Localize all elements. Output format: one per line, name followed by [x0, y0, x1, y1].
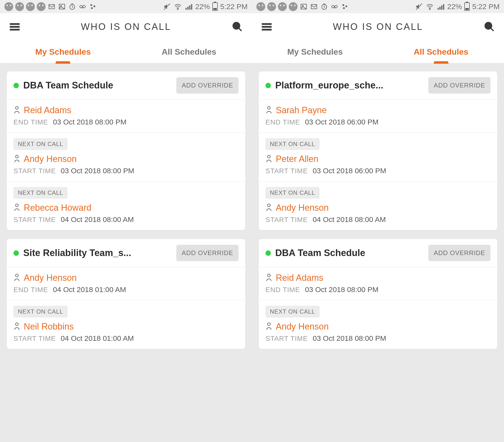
schedule-title: Platform_europe_sche...	[275, 80, 424, 91]
time-label: END TIME	[14, 286, 48, 294]
svg-point-34	[345, 5, 347, 7]
status-dot-icon	[14, 83, 19, 88]
tab-all-schedules[interactable]: All Schedules	[126, 40, 252, 63]
image-icon	[300, 2, 308, 11]
clock: 5:22 PM	[220, 2, 248, 11]
add-override-button[interactable]: ADD OVERRIDE	[176, 245, 238, 261]
add-override-button[interactable]: ADD OVERRIDE	[428, 245, 490, 261]
svg-point-19	[233, 22, 240, 29]
svg-rect-18	[10, 29, 19, 30]
schedule-row[interactable]: Reid Adams END TIME 03 Oct 2018 08:00 PM	[259, 267, 497, 300]
content-area[interactable]: Platform_europe_sche... ADD OVERRIDE Sar…	[252, 64, 504, 442]
search-button[interactable]	[230, 19, 245, 34]
person-icon	[266, 322, 272, 331]
card-header: Platform_europe_sche... ADD OVERRIDE	[259, 71, 497, 99]
tab-my-schedules[interactable]: My Schedules	[252, 40, 378, 63]
svg-point-4	[80, 5, 82, 8]
image-icon	[58, 2, 66, 11]
status-dot-icon	[266, 250, 271, 256]
schedule-row[interactable]: NEXT ON CALL Andy Henson START TIME 03 O…	[7, 132, 245, 181]
schedule-row[interactable]: NEXT ON CALL Neil Robbins START TIME 04 …	[7, 300, 245, 349]
person-name: Neil Robbins	[24, 321, 74, 332]
person-name: Rebecca Howard	[24, 203, 91, 213]
svg-rect-39	[439, 7, 441, 10]
schedule-row[interactable]: Andy Henson END TIME 04 Oct 2018 01:00 A…	[7, 267, 245, 300]
tab-all-schedules[interactable]: All Schedules	[378, 40, 504, 63]
person: Andy Henson	[14, 154, 238, 164]
schedule-row[interactable]: NEXT ON CALL Andy Henson START TIME 03 O…	[259, 300, 497, 349]
person-name: Peter Allen	[276, 154, 318, 164]
clock-icon	[320, 2, 328, 11]
svg-rect-13	[187, 7, 189, 10]
clock: 5:22 PM	[472, 2, 500, 11]
notification-icon	[256, 2, 265, 11]
time-label: START TIME	[266, 335, 308, 343]
battery-percent: 22%	[195, 2, 210, 11]
mail-icon	[48, 2, 56, 11]
time-value: 04 Oct 2018 01:00 AM	[53, 285, 126, 294]
card-header: DBA Team Schedule ADD OVERRIDE	[259, 239, 497, 267]
svg-point-24	[16, 274, 18, 276]
person: Andy Henson	[266, 203, 490, 213]
status-dot-icon	[14, 250, 19, 256]
signal-icon	[184, 2, 193, 11]
svg-rect-41	[443, 4, 444, 10]
search-button[interactable]	[482, 19, 497, 34]
schedule-title: DBA Team Schedule	[23, 80, 172, 91]
phone-screen: 22% 5:22 PM WHO IS ON CALL My Schedules …	[0, 0, 252, 442]
next-on-call-badge: NEXT ON CALL	[14, 306, 68, 317]
schedule-row[interactable]: Sarah Payne END TIME 03 Oct 2018 06:00 P…	[259, 99, 497, 132]
svg-rect-38	[438, 8, 439, 10]
mute-icon	[415, 2, 423, 11]
status-dot-icon	[266, 83, 271, 88]
time-value: 04 Oct 2018 08:00 AM	[313, 215, 386, 224]
time-label: START TIME	[14, 167, 56, 175]
tab-my-schedules[interactable]: My Schedules	[0, 40, 126, 63]
card-header: Site Reliability Team_s... ADD OVERRIDE	[7, 239, 245, 267]
time-label: START TIME	[266, 167, 308, 175]
svg-point-49	[268, 204, 270, 206]
schedule-row[interactable]: NEXT ON CALL Peter Allen START TIME 03 O…	[259, 132, 497, 181]
menu-button[interactable]	[7, 19, 22, 34]
mute-icon	[163, 2, 171, 11]
content-area[interactable]: DBA Team Schedule ADD OVERRIDE Reid Adam…	[0, 64, 252, 442]
schedule-row[interactable]: Reid Adams END TIME 03 Oct 2018 08:00 PM	[7, 99, 245, 132]
notification-icon	[4, 2, 13, 11]
person: Reid Adams	[14, 105, 238, 115]
notification-icon	[26, 2, 35, 11]
svg-point-23	[16, 204, 18, 206]
time-value: 03 Oct 2018 06:00 PM	[313, 166, 386, 175]
next-on-call-badge: NEXT ON CALL	[266, 306, 320, 317]
next-on-call-badge: NEXT ON CALL	[266, 187, 320, 199]
svg-point-7	[90, 4, 92, 6]
svg-point-8	[93, 5, 95, 7]
svg-point-11	[177, 9, 178, 10]
svg-point-51	[268, 323, 270, 325]
notification-icon	[15, 2, 24, 11]
schedule-row[interactable]: NEXT ON CALL Rebecca Howard START TIME 0…	[7, 181, 245, 230]
schedule-card: Platform_europe_sche... ADD OVERRIDE Sar…	[258, 71, 498, 230]
schedule-card: DBA Team Schedule ADD OVERRIDE Reid Adam…	[6, 71, 246, 230]
svg-point-50	[268, 274, 270, 276]
person: Reid Adams	[266, 273, 490, 283]
svg-rect-28	[311, 4, 317, 9]
person-icon	[14, 106, 20, 115]
phone-screen: 22% 5:22 PM WHO IS ON CALL My Schedules …	[252, 0, 504, 442]
time-value: 03 Oct 2018 08:00 PM	[53, 118, 126, 126]
time-label: END TIME	[266, 286, 300, 294]
person-icon	[266, 154, 272, 164]
menu-button[interactable]	[259, 19, 274, 34]
add-override-button[interactable]: ADD OVERRIDE	[428, 77, 490, 93]
status-bar: 22% 5:22 PM	[252, 0, 504, 13]
svg-point-30	[332, 5, 334, 8]
notification-icon	[289, 2, 298, 11]
add-override-button[interactable]: ADD OVERRIDE	[176, 77, 238, 93]
person-name: Reid Adams	[24, 105, 71, 115]
schedule-card: DBA Team Schedule ADD OVERRIDE Reid Adam…	[258, 239, 498, 349]
schedule-title: Site Reliability Team_s...	[23, 248, 172, 258]
schedule-row[interactable]: NEXT ON CALL Andy Henson START TIME 04 O…	[259, 181, 497, 230]
svg-rect-0	[49, 4, 54, 9]
svg-point-5	[83, 5, 85, 8]
svg-point-21	[16, 106, 18, 109]
battery-percent: 22%	[447, 2, 462, 11]
